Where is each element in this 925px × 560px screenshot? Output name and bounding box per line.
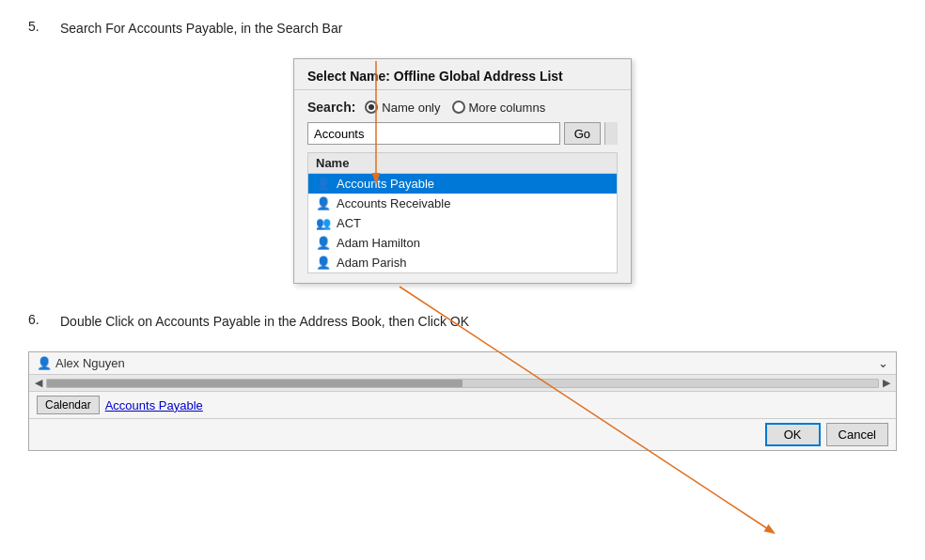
list-item-accounts-receivable[interactable]: 👤 Accounts Receivable <box>308 194 617 213</box>
person-icon-act: 👥 <box>316 216 331 230</box>
address-book-bar: 👤 Alex Nguyen ⌄ ◀ ▶ Calendar Accounts Pa… <box>28 351 897 451</box>
ok-button[interactable]: OK <box>765 423 821 446</box>
radio-name-only[interactable]: Name only <box>365 101 440 115</box>
dialog-title: Select Name: Offline Global Address List <box>294 59 631 90</box>
list-item-label-accounts-receivable: Accounts Receivable <box>337 196 450 210</box>
scroll-row: ◀ ▶ <box>29 375 896 392</box>
search-input[interactable] <box>307 122 560 145</box>
scroll-thumb <box>47 380 462 387</box>
search-row: Search: Name only More columns <box>307 100 618 115</box>
select-name-dialog: Select Name: Offline Global Address List… <box>293 58 632 284</box>
dialog-wrapper: Select Name: Offline Global Address List… <box>28 58 897 284</box>
scroll-indicator <box>604 122 618 145</box>
scroll-track[interactable] <box>46 379 879 388</box>
radio-more-columns-circle[interactable] <box>452 101 465 114</box>
page-content: 5. Search For Accounts Payable, in the S… <box>28 19 897 451</box>
scroll-left-arrow[interactable]: ◀ <box>33 377 44 389</box>
list-item-label-adam-parish: Adam Parish <box>337 256 406 270</box>
person-icon-accounts-payable: 👤 <box>316 177 331 191</box>
person-icon-adam-hamilton: 👤 <box>316 236 331 250</box>
radio-group: Name only More columns <box>365 101 545 115</box>
user-row: 👤 Alex Nguyen ⌄ <box>29 352 896 375</box>
radio-name-only-label: Name only <box>382 101 440 115</box>
step-6-text: Double Click on Accounts Payable in the … <box>60 312 469 329</box>
search-label: Search: <box>307 100 355 115</box>
person-icon-adam-parish: 👤 <box>316 256 331 270</box>
step-5: 5. Search For Accounts Payable, in the S… <box>28 19 897 36</box>
user-name: Alex Nguyen <box>55 356 125 370</box>
list-item-label-adam-hamilton: Adam Hamilton <box>337 236 420 250</box>
cancel-button[interactable]: Cancel <box>826 423 888 446</box>
list-item-adam-parish[interactable]: 👤 Adam Parish <box>308 253 617 272</box>
step-5-number: 5. <box>28 19 51 36</box>
list-item-label-act: ACT <box>337 216 361 230</box>
go-button[interactable]: Go <box>564 122 601 145</box>
list-item-act[interactable]: 👥 ACT <box>308 213 617 233</box>
dropdown-icon[interactable]: ⌄ <box>878 356 888 370</box>
radio-more-columns-label: More columns <box>469 101 546 115</box>
contact-list: 👤 Accounts Payable 👤 Accounts Receivable… <box>307 174 618 273</box>
list-item-accounts-payable[interactable]: 👤 Accounts Payable <box>308 174 617 194</box>
step-5-text: Search For Accounts Payable, in the Sear… <box>60 19 342 36</box>
field-value-accounts-payable[interactable]: Accounts Payable <box>105 398 203 412</box>
action-buttons-row: OK Cancel <box>29 418 896 450</box>
list-item-label-accounts-payable: Accounts Payable <box>337 177 434 191</box>
search-input-row: Go <box>307 122 618 145</box>
name-column-header: Name <box>307 152 618 174</box>
dialog-body: Search: Name only More columns <box>294 90 631 283</box>
radio-name-only-circle[interactable] <box>365 101 378 114</box>
step-6-number: 6. <box>28 312 51 329</box>
list-item-adam-hamilton[interactable]: 👤 Adam Hamilton <box>308 233 617 253</box>
user-person-icon: 👤 <box>37 356 52 370</box>
calendar-button[interactable]: Calendar <box>37 396 100 414</box>
person-icon-accounts-receivable: 👤 <box>316 196 331 210</box>
scroll-right-arrow[interactable]: ▶ <box>881 377 892 389</box>
fields-row: Calendar Accounts Payable <box>29 392 896 418</box>
step-6: 6. Double Click on Accounts Payable in t… <box>28 312 897 329</box>
radio-more-columns[interactable]: More columns <box>452 101 546 115</box>
